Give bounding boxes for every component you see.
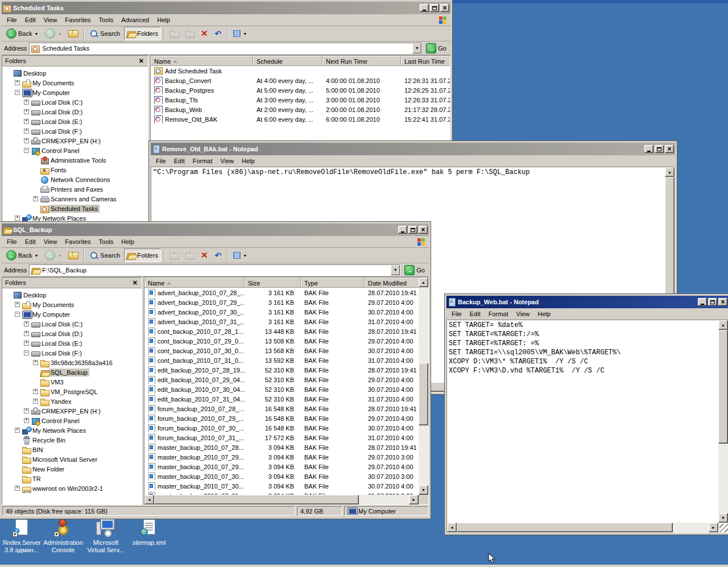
- tree-item-control-panel[interactable]: +Control Panel: [3, 416, 142, 425]
- tree-item-my-computer[interactable]: −My Computer: [3, 88, 148, 97]
- minimize-button[interactable]: [398, 226, 407, 234]
- tree-expander-icon[interactable]: +: [24, 341, 29, 346]
- tree-expander-icon[interactable]: +: [24, 331, 29, 336]
- menu-item-view[interactable]: View: [217, 156, 238, 165]
- views-button[interactable]: ▼: [230, 249, 250, 262]
- go-button[interactable]: → Go: [403, 265, 427, 275]
- menu-item-file[interactable]: File: [152, 156, 170, 165]
- close-button[interactable]: ×: [665, 145, 674, 153]
- menu-item-edit[interactable]: Edit: [170, 156, 189, 165]
- column-header-type[interactable]: Type: [301, 278, 365, 288]
- scroll-left-icon[interactable]: ◄: [447, 523, 457, 532]
- menu-item-help[interactable]: Help: [153, 15, 174, 24]
- search-button[interactable]: Search: [87, 249, 123, 262]
- list-row-edit-backup-2010-07-28-19[interactable]: edit_backup_2010_07_28_19...52 310 KBBAK…: [144, 365, 419, 375]
- scrollbar-thumb[interactable]: [419, 363, 428, 425]
- tree-item-recycle-bin[interactable]: Recycle Bin: [3, 435, 142, 445]
- go-button[interactable]: → Go: [424, 43, 448, 53]
- minimize-button[interactable]: [698, 298, 707, 306]
- tree-item-local-disk-d[interactable]: +Local Disk (D:): [3, 329, 142, 338]
- vertical-scrollbar[interactable]: ▲ ▼: [718, 320, 728, 523]
- address-dropdown-button[interactable]: ▼: [391, 265, 400, 275]
- scroll-up-icon[interactable]: ▲: [419, 278, 428, 287]
- close-button[interactable]: ×: [718, 298, 727, 306]
- folders-pane-close-icon[interactable]: ✕: [131, 279, 139, 287]
- tree-item-desktop[interactable]: Desktop: [3, 68, 148, 78]
- tree-expander-icon[interactable]: +: [33, 399, 38, 404]
- tree-expander-icon[interactable]: +: [24, 138, 29, 143]
- delete-button[interactable]: ✕: [198, 249, 211, 262]
- tree-expander-icon[interactable]: +: [33, 360, 38, 365]
- tree-item-sql-backup[interactable]: SQL_Backup: [3, 367, 142, 377]
- maximize-button[interactable]: [408, 226, 417, 234]
- tree-item-local-disk-f[interactable]: +Local Disk (F:): [3, 126, 148, 136]
- copy-to-button[interactable]: [183, 249, 197, 262]
- list-row-cont-backup-2010-07-30-0[interactable]: cont_backup_2010_07_30_0...13 568 KBBAK …: [144, 346, 419, 355]
- list-row-master-backup-2010-07-30[interactable]: master_backup_2010_07_30...3 094 KBBAK F…: [144, 481, 419, 491]
- folders-button[interactable]: Folders: [124, 249, 161, 262]
- tree-expander-icon[interactable]: +: [33, 389, 38, 394]
- tree-item-local-disk-e[interactable]: +Local Disk (E:): [3, 338, 142, 348]
- list-row-master-backup-2010-07-31[interactable]: master_backup_2010_07_313 094 KBBAK File…: [144, 491, 419, 495]
- tree-item-vm-postgresql[interactable]: +VM_PostgreSQL: [3, 387, 142, 396]
- menu-item-format[interactable]: Format: [485, 309, 512, 318]
- address-dropdown-button[interactable]: ▼: [412, 43, 421, 53]
- tree-item-local-disk-c[interactable]: +Local Disk (C:): [3, 97, 148, 107]
- list-row-backup-convert[interactable]: Backup_ConvertAt 4:00 every day, ...4:00…: [151, 76, 450, 85]
- menu-item-view[interactable]: View: [512, 309, 534, 318]
- menu-item-favorites[interactable]: Favorites: [61, 237, 94, 246]
- address-input[interactable]: F:\SQL_Backup ▼: [29, 264, 400, 276]
- tree-item-yandex[interactable]: +Yandex: [3, 396, 142, 406]
- scroll-down-icon[interactable]: ▼: [718, 513, 728, 523]
- menu-item-format[interactable]: Format: [189, 156, 217, 165]
- maximize-button[interactable]: [655, 145, 664, 153]
- tree-expander-icon[interactable]: +: [24, 100, 29, 105]
- titlebar[interactable]: Backup_Web.bat - Notepad ×: [446, 296, 728, 308]
- list-row-forum-backup-2010-07-29[interactable]: forum_backup_2010_07_29_...16 548 KBBAK …: [144, 413, 419, 423]
- menu-item-help[interactable]: Help: [533, 309, 555, 318]
- list-row-backup-web[interactable]: Backup_WebAt 2:00 every day, ...2:00:00 …: [151, 105, 450, 114]
- tree-item-network-connections[interactable]: Network Connections: [3, 175, 148, 184]
- menu-item-edit[interactable]: Edit: [466, 309, 485, 318]
- tree-item-control-panel[interactable]: −Control Panel: [3, 146, 148, 155]
- list-row-forum-backup-2010-07-28[interactable]: forum_backup_2010_07_28_...16 548 KBBAK …: [144, 404, 419, 413]
- column-header-schedule[interactable]: Schedule: [253, 56, 322, 66]
- list-row-advert-backup-2010-07-29[interactable]: advert_backup_2010_07_29_...3 161 KBBAK …: [144, 297, 419, 307]
- tree-item-wwwroot-on-win2003r2-1[interactable]: +wwwroot on Win2003r2-1: [3, 483, 142, 493]
- list-row-add-scheduled-task[interactable]: Add Scheduled Task: [151, 66, 450, 76]
- menu-item-edit[interactable]: Edit: [21, 15, 40, 24]
- tree-expander-icon[interactable]: +: [24, 418, 29, 423]
- tree-expander-icon[interactable]: +: [33, 196, 38, 201]
- tree-expander-icon[interactable]: +: [15, 80, 20, 85]
- tree-item-new-folder[interactable]: New Folder: [3, 464, 142, 474]
- move-to-button[interactable]: [167, 249, 181, 262]
- tree-item-bin[interactable]: BIN: [3, 445, 142, 454]
- desktop-icon-sitemap-xml[interactable]: sitemap.xml: [129, 519, 169, 547]
- list-row-advert-backup-2010-07-31[interactable]: advert_backup_2010_07_31_...3 161 KBBAK …: [144, 317, 419, 326]
- tree-expander-icon[interactable]: +: [15, 216, 20, 221]
- list-row-edit-backup-2010-07-29-04[interactable]: edit_backup_2010_07_29_04...52 310 KBBAK…: [144, 375, 419, 384]
- scroll-right-icon[interactable]: ►: [409, 495, 419, 504]
- tree-expander-icon[interactable]: −: [15, 312, 20, 317]
- tree-expander-icon[interactable]: +: [15, 486, 20, 491]
- desktop-icon-microsoft-virtual-server[interactable]: MicrosoftVirtual Serv...: [85, 519, 126, 554]
- list-row-cont-backup-2010-07-28-1[interactable]: cont_backup_2010_07_28_1...13 448 KBBAK …: [144, 326, 419, 336]
- tree-item-administrative-tools[interactable]: Administrative Tools: [3, 155, 148, 165]
- tree-item-local-disk-e[interactable]: +Local Disk (E:): [3, 117, 148, 126]
- tree-expander-icon[interactable]: +: [24, 129, 29, 134]
- list-row-edit-backup-2010-07-31-04[interactable]: edit_backup_2010_07_31_04...52 310 KBBAK…: [144, 394, 419, 404]
- column-header-size[interactable]: Size: [245, 278, 301, 288]
- address-input[interactable]: Scheduled Tasks ▼: [29, 43, 422, 54]
- menu-item-file[interactable]: File: [3, 15, 21, 24]
- tree-item-printers-and-faxes[interactable]: Printers and Faxes: [3, 184, 148, 194]
- maximize-button[interactable]: [708, 298, 717, 306]
- titlebar[interactable]: Scheduled Tasks ×: [2, 2, 450, 14]
- tree-item-tr[interactable]: TR: [3, 474, 142, 483]
- delete-button[interactable]: ✕: [198, 27, 211, 40]
- tree-item-crmexfpp-en-h[interactable]: +CRMEXFPP_EN (H:): [3, 136, 148, 146]
- scrollbar-thumb[interactable]: [154, 495, 359, 504]
- forward-button[interactable]: → ▼: [42, 249, 64, 262]
- menu-item-help[interactable]: Help: [117, 237, 138, 246]
- horizontal-scrollbar[interactable]: ◄ ►: [447, 523, 718, 532]
- undo-button[interactable]: ↶: [212, 249, 224, 262]
